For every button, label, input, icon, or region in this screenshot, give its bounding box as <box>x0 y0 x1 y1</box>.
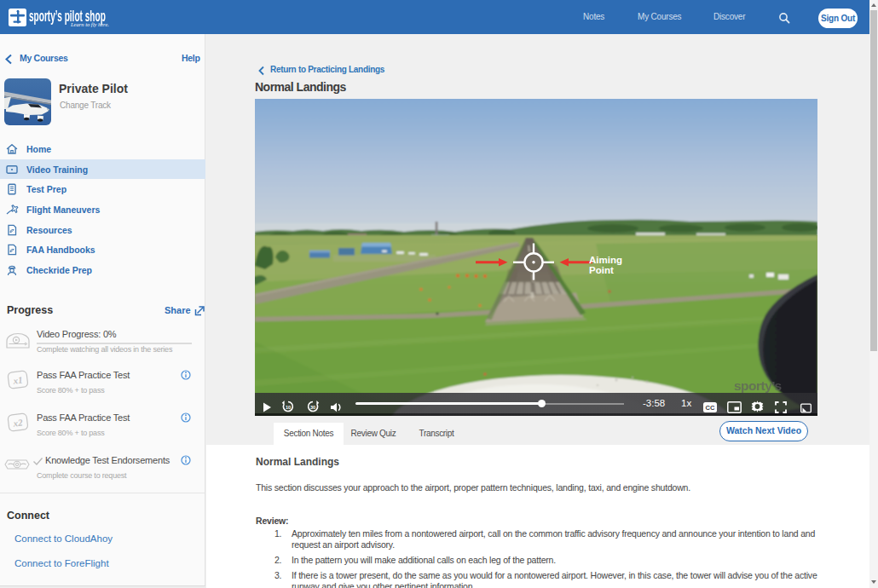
svg-text:10: 10 <box>286 405 291 410</box>
svg-text:CC: CC <box>706 404 715 412</box>
svg-text:30: 30 <box>310 405 315 410</box>
svg-text:Aiming: Aiming <box>589 255 622 265</box>
svg-text:x1: x1 <box>12 374 23 385</box>
svg-text:sporty’s: sporty’s <box>734 378 782 393</box>
svg-text:x2: x2 <box>12 417 24 428</box>
svg-text:Point: Point <box>589 265 614 275</box>
